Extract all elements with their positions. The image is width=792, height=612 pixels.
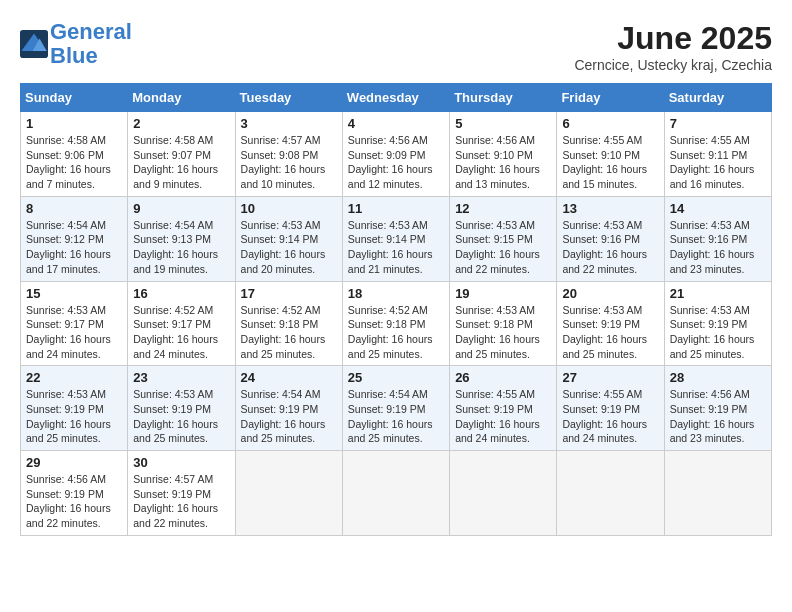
- day-number: 30: [133, 455, 229, 470]
- day-number: 27: [562, 370, 658, 385]
- day-info: Sunrise: 4:55 AMSunset: 9:19 PMDaylight:…: [455, 387, 551, 446]
- calendar-week-row: 1Sunrise: 4:58 AMSunset: 9:06 PMDaylight…: [21, 112, 772, 197]
- calendar-week-row: 22Sunrise: 4:53 AMSunset: 9:19 PMDayligh…: [21, 366, 772, 451]
- calendar-week-row: 8Sunrise: 4:54 AMSunset: 9:12 PMDaylight…: [21, 196, 772, 281]
- calendar-day-cell: 12Sunrise: 4:53 AMSunset: 9:15 PMDayligh…: [450, 196, 557, 281]
- calendar-day-cell: 8Sunrise: 4:54 AMSunset: 9:12 PMDaylight…: [21, 196, 128, 281]
- day-number: 22: [26, 370, 122, 385]
- calendar-day-cell: 18Sunrise: 4:52 AMSunset: 9:18 PMDayligh…: [342, 281, 449, 366]
- calendar-day-cell: 19Sunrise: 4:53 AMSunset: 9:18 PMDayligh…: [450, 281, 557, 366]
- calendar-week-row: 15Sunrise: 4:53 AMSunset: 9:17 PMDayligh…: [21, 281, 772, 366]
- header: General Blue June 2025 Cerncice, Ustecky…: [20, 20, 772, 73]
- day-number: 11: [348, 201, 444, 216]
- day-number: 24: [241, 370, 337, 385]
- calendar-day-cell: 10Sunrise: 4:53 AMSunset: 9:14 PMDayligh…: [235, 196, 342, 281]
- calendar-week-row: 29Sunrise: 4:56 AMSunset: 9:19 PMDayligh…: [21, 451, 772, 536]
- weekday-header-thursday: Thursday: [450, 84, 557, 112]
- logo-text: General Blue: [50, 20, 132, 68]
- day-info: Sunrise: 4:53 AMSunset: 9:18 PMDaylight:…: [455, 303, 551, 362]
- title-area: June 2025 Cerncice, Ustecky kraj, Czechi…: [574, 20, 772, 73]
- logo-icon: [20, 30, 48, 58]
- day-info: Sunrise: 4:53 AMSunset: 9:16 PMDaylight:…: [670, 218, 766, 277]
- day-number: 1: [26, 116, 122, 131]
- calendar-day-cell: 26Sunrise: 4:55 AMSunset: 9:19 PMDayligh…: [450, 366, 557, 451]
- calendar-day-cell: 3Sunrise: 4:57 AMSunset: 9:08 PMDaylight…: [235, 112, 342, 197]
- day-info: Sunrise: 4:55 AMSunset: 9:10 PMDaylight:…: [562, 133, 658, 192]
- day-number: 21: [670, 286, 766, 301]
- day-number: 23: [133, 370, 229, 385]
- day-info: Sunrise: 4:54 AMSunset: 9:12 PMDaylight:…: [26, 218, 122, 277]
- calendar-day-cell: 15Sunrise: 4:53 AMSunset: 9:17 PMDayligh…: [21, 281, 128, 366]
- day-number: 13: [562, 201, 658, 216]
- empty-cell: [342, 451, 449, 536]
- day-number: 28: [670, 370, 766, 385]
- day-info: Sunrise: 4:53 AMSunset: 9:14 PMDaylight:…: [241, 218, 337, 277]
- calendar-day-cell: 25Sunrise: 4:54 AMSunset: 9:19 PMDayligh…: [342, 366, 449, 451]
- weekday-header-monday: Monday: [128, 84, 235, 112]
- day-info: Sunrise: 4:52 AMSunset: 9:18 PMDaylight:…: [241, 303, 337, 362]
- day-info: Sunrise: 4:53 AMSunset: 9:14 PMDaylight:…: [348, 218, 444, 277]
- calendar-day-cell: 30Sunrise: 4:57 AMSunset: 9:19 PMDayligh…: [128, 451, 235, 536]
- day-number: 2: [133, 116, 229, 131]
- day-info: Sunrise: 4:53 AMSunset: 9:19 PMDaylight:…: [133, 387, 229, 446]
- day-number: 10: [241, 201, 337, 216]
- day-number: 4: [348, 116, 444, 131]
- day-info: Sunrise: 4:53 AMSunset: 9:15 PMDaylight:…: [455, 218, 551, 277]
- calendar-day-cell: 20Sunrise: 4:53 AMSunset: 9:19 PMDayligh…: [557, 281, 664, 366]
- logo: General Blue: [20, 20, 132, 68]
- empty-cell: [664, 451, 771, 536]
- month-title: June 2025: [574, 20, 772, 57]
- calendar-day-cell: 14Sunrise: 4:53 AMSunset: 9:16 PMDayligh…: [664, 196, 771, 281]
- weekday-header-row: SundayMondayTuesdayWednesdayThursdayFrid…: [21, 84, 772, 112]
- day-number: 6: [562, 116, 658, 131]
- calendar: SundayMondayTuesdayWednesdayThursdayFrid…: [20, 83, 772, 536]
- day-number: 19: [455, 286, 551, 301]
- day-info: Sunrise: 4:57 AMSunset: 9:19 PMDaylight:…: [133, 472, 229, 531]
- weekday-header-wednesday: Wednesday: [342, 84, 449, 112]
- weekday-header-sunday: Sunday: [21, 84, 128, 112]
- calendar-day-cell: 11Sunrise: 4:53 AMSunset: 9:14 PMDayligh…: [342, 196, 449, 281]
- day-info: Sunrise: 4:55 AMSunset: 9:11 PMDaylight:…: [670, 133, 766, 192]
- weekday-header-tuesday: Tuesday: [235, 84, 342, 112]
- calendar-day-cell: 7Sunrise: 4:55 AMSunset: 9:11 PMDaylight…: [664, 112, 771, 197]
- day-number: 5: [455, 116, 551, 131]
- day-number: 9: [133, 201, 229, 216]
- calendar-day-cell: 29Sunrise: 4:56 AMSunset: 9:19 PMDayligh…: [21, 451, 128, 536]
- weekday-header-friday: Friday: [557, 84, 664, 112]
- day-info: Sunrise: 4:58 AMSunset: 9:06 PMDaylight:…: [26, 133, 122, 192]
- day-number: 25: [348, 370, 444, 385]
- day-info: Sunrise: 4:53 AMSunset: 9:19 PMDaylight:…: [670, 303, 766, 362]
- day-info: Sunrise: 4:56 AMSunset: 9:19 PMDaylight:…: [26, 472, 122, 531]
- day-info: Sunrise: 4:53 AMSunset: 9:16 PMDaylight:…: [562, 218, 658, 277]
- calendar-day-cell: 27Sunrise: 4:55 AMSunset: 9:19 PMDayligh…: [557, 366, 664, 451]
- calendar-day-cell: 17Sunrise: 4:52 AMSunset: 9:18 PMDayligh…: [235, 281, 342, 366]
- day-number: 29: [26, 455, 122, 470]
- calendar-day-cell: 24Sunrise: 4:54 AMSunset: 9:19 PMDayligh…: [235, 366, 342, 451]
- day-info: Sunrise: 4:54 AMSunset: 9:19 PMDaylight:…: [241, 387, 337, 446]
- day-info: Sunrise: 4:54 AMSunset: 9:19 PMDaylight:…: [348, 387, 444, 446]
- day-number: 3: [241, 116, 337, 131]
- day-number: 12: [455, 201, 551, 216]
- empty-cell: [450, 451, 557, 536]
- day-number: 14: [670, 201, 766, 216]
- day-number: 16: [133, 286, 229, 301]
- day-number: 26: [455, 370, 551, 385]
- calendar-day-cell: 6Sunrise: 4:55 AMSunset: 9:10 PMDaylight…: [557, 112, 664, 197]
- day-info: Sunrise: 4:56 AMSunset: 9:10 PMDaylight:…: [455, 133, 551, 192]
- day-number: 20: [562, 286, 658, 301]
- calendar-day-cell: 9Sunrise: 4:54 AMSunset: 9:13 PMDaylight…: [128, 196, 235, 281]
- day-number: 17: [241, 286, 337, 301]
- day-info: Sunrise: 4:57 AMSunset: 9:08 PMDaylight:…: [241, 133, 337, 192]
- calendar-day-cell: 21Sunrise: 4:53 AMSunset: 9:19 PMDayligh…: [664, 281, 771, 366]
- day-info: Sunrise: 4:54 AMSunset: 9:13 PMDaylight:…: [133, 218, 229, 277]
- subtitle: Cerncice, Ustecky kraj, Czechia: [574, 57, 772, 73]
- calendar-day-cell: 4Sunrise: 4:56 AMSunset: 9:09 PMDaylight…: [342, 112, 449, 197]
- weekday-header-saturday: Saturday: [664, 84, 771, 112]
- day-info: Sunrise: 4:52 AMSunset: 9:18 PMDaylight:…: [348, 303, 444, 362]
- calendar-day-cell: 23Sunrise: 4:53 AMSunset: 9:19 PMDayligh…: [128, 366, 235, 451]
- day-info: Sunrise: 4:56 AMSunset: 9:19 PMDaylight:…: [670, 387, 766, 446]
- day-number: 15: [26, 286, 122, 301]
- calendar-day-cell: 13Sunrise: 4:53 AMSunset: 9:16 PMDayligh…: [557, 196, 664, 281]
- empty-cell: [557, 451, 664, 536]
- calendar-day-cell: 22Sunrise: 4:53 AMSunset: 9:19 PMDayligh…: [21, 366, 128, 451]
